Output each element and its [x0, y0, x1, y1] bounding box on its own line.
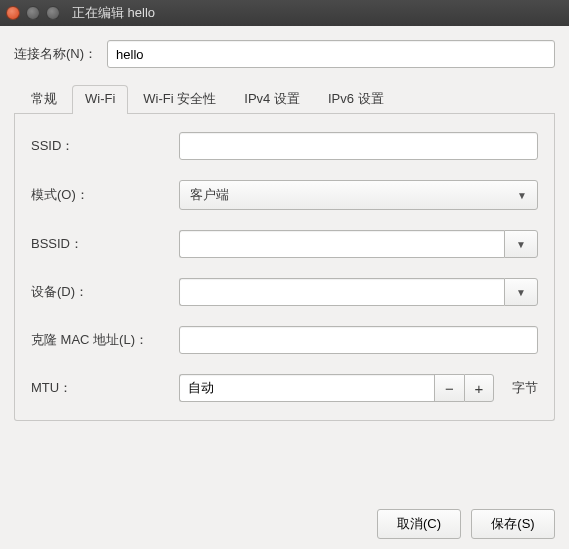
device-combo[interactable]: ▼	[179, 278, 538, 306]
chevron-down-icon: ▼	[517, 190, 527, 201]
mtu-spinner: − +	[179, 374, 494, 402]
cancel-button[interactable]: 取消(C)	[377, 509, 461, 539]
mtu-input[interactable]	[179, 374, 434, 402]
device-dropdown-button[interactable]: ▼	[504, 278, 538, 306]
device-label: 设备(D)：	[31, 283, 171, 301]
tab-general[interactable]: 常规	[18, 84, 70, 113]
maximize-icon[interactable]	[46, 6, 60, 20]
tab-panel-wifi: SSID： 模式(O)： 客户端 ▼ BSSID： ▼ 设备(D)： ▼ 克隆 …	[14, 114, 555, 421]
dialog-footer: 取消(C) 保存(S)	[14, 499, 555, 539]
connection-name-row: 连接名称(N)：	[14, 40, 555, 68]
device-input[interactable]	[179, 278, 504, 306]
mtu-decrement-button[interactable]: −	[434, 374, 464, 402]
clone-mac-input[interactable]	[179, 326, 538, 354]
mode-select[interactable]: 客户端 ▼	[179, 180, 538, 210]
ssid-label: SSID：	[31, 137, 171, 155]
connection-name-label: 连接名称(N)：	[14, 45, 97, 63]
tab-ipv4[interactable]: IPv4 设置	[231, 84, 313, 113]
close-icon[interactable]	[6, 6, 20, 20]
clone-mac-label: 克隆 MAC 地址(L)：	[31, 331, 171, 349]
mtu-label: MTU：	[31, 379, 171, 397]
bssid-input[interactable]	[179, 230, 504, 258]
chevron-down-icon: ▼	[516, 239, 526, 250]
ssid-input[interactable]	[179, 132, 538, 160]
mode-label: 模式(O)：	[31, 186, 171, 204]
connection-name-input[interactable]	[107, 40, 555, 68]
mode-value: 客户端	[190, 186, 229, 204]
mtu-increment-button[interactable]: +	[464, 374, 494, 402]
tab-bar: 常规 Wi-Fi Wi-Fi 安全性 IPv4 设置 IPv6 设置	[14, 84, 555, 114]
tab-ipv6[interactable]: IPv6 设置	[315, 84, 397, 113]
tab-wifi[interactable]: Wi-Fi	[72, 85, 128, 114]
chevron-down-icon: ▼	[516, 287, 526, 298]
bssid-dropdown-button[interactable]: ▼	[504, 230, 538, 258]
save-button[interactable]: 保存(S)	[471, 509, 555, 539]
mtu-unit-label: 字节	[502, 379, 538, 397]
window-title: 正在编辑 hello	[72, 4, 155, 22]
titlebar: 正在编辑 hello	[0, 0, 569, 26]
window-body: 连接名称(N)： 常规 Wi-Fi Wi-Fi 安全性 IPv4 设置 IPv6…	[0, 26, 569, 549]
bssid-label: BSSID：	[31, 235, 171, 253]
tab-wifi-security[interactable]: Wi-Fi 安全性	[130, 84, 229, 113]
bssid-combo[interactable]: ▼	[179, 230, 538, 258]
minimize-icon[interactable]	[26, 6, 40, 20]
